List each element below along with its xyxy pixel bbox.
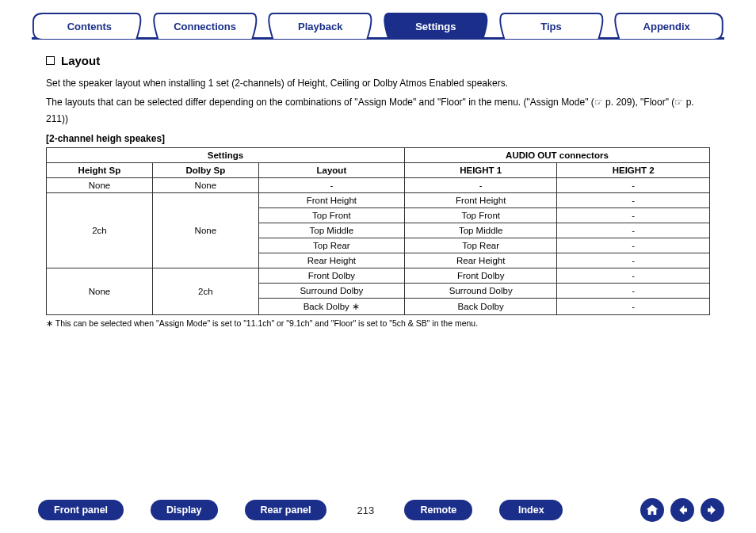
table-row: None 2ch Front Dolby Front Dolby - bbox=[47, 268, 710, 284]
th-height-sp: Height Sp bbox=[47, 163, 153, 178]
table-row: None None - - - bbox=[47, 178, 710, 193]
paragraph-1: Set the speaker layout when installing 1… bbox=[46, 75, 710, 91]
tab-label: Settings bbox=[378, 13, 494, 40]
tab-label: Contents bbox=[32, 13, 147, 40]
tab-label: Appendix bbox=[609, 13, 724, 40]
tab-connections[interactable]: Connections bbox=[147, 13, 263, 40]
th-height1: HEIGHT 1 bbox=[404, 163, 557, 178]
arrow-left-icon bbox=[675, 503, 689, 517]
asterisk-icon: ∗ bbox=[46, 318, 53, 328]
top-tabs: Contents Connections Playback Settings T… bbox=[32, 13, 724, 40]
tab-label: Connections bbox=[147, 13, 263, 40]
index-button[interactable]: Index bbox=[499, 500, 563, 520]
th-layout: Layout bbox=[258, 163, 404, 178]
next-page-button[interactable] bbox=[701, 498, 724, 522]
home-icon bbox=[645, 503, 659, 517]
paragraph-2: The layouts that can be selected differ … bbox=[46, 94, 710, 127]
tab-playback[interactable]: Playback bbox=[262, 13, 378, 40]
tab-settings[interactable]: Settings bbox=[378, 13, 494, 40]
rear-panel-button[interactable]: Rear panel bbox=[245, 500, 327, 520]
tab-appendix[interactable]: Appendix bbox=[609, 13, 724, 40]
arrow-right-icon bbox=[705, 503, 720, 517]
table-caption: [2-channel heigh speakes] bbox=[46, 133, 710, 144]
layout-table: Settings AUDIO OUT connectors Height Sp … bbox=[46, 147, 710, 315]
pointer-icon: ☞ bbox=[674, 97, 683, 108]
tab-tips[interactable]: Tips bbox=[494, 13, 609, 40]
tab-label: Playback bbox=[262, 13, 378, 40]
remote-button[interactable]: Remote bbox=[404, 500, 472, 520]
th-settings-group: Settings bbox=[47, 148, 405, 163]
bottom-nav: Front panel Display Rear panel 213 Remot… bbox=[0, 498, 756, 533]
section-heading: Layout bbox=[46, 54, 710, 67]
table-row: 2ch None Front Height Front Height - bbox=[47, 193, 710, 208]
th-dolby-sp: Dolby Sp bbox=[152, 163, 258, 178]
page-number: 213 bbox=[353, 504, 377, 516]
page-content: Layout Set the speaker layout when insta… bbox=[46, 54, 710, 328]
section-title: Layout bbox=[61, 54, 100, 67]
home-button[interactable] bbox=[640, 498, 664, 522]
display-button[interactable]: Display bbox=[151, 500, 217, 520]
pointer-icon: ☞ bbox=[594, 97, 603, 108]
prev-page-button[interactable] bbox=[670, 498, 694, 522]
front-panel-button[interactable]: Front panel bbox=[38, 500, 124, 520]
th-audio-group: AUDIO OUT connectors bbox=[404, 148, 709, 163]
square-bullet-icon bbox=[46, 56, 55, 65]
tab-label: Tips bbox=[494, 13, 609, 40]
asterisk-icon: ∗ bbox=[352, 302, 360, 311]
th-height2: HEIGHT 2 bbox=[557, 163, 710, 178]
footnote: ∗ This can be selected when "Assign Mode… bbox=[46, 318, 710, 328]
tab-contents[interactable]: Contents bbox=[32, 13, 147, 40]
